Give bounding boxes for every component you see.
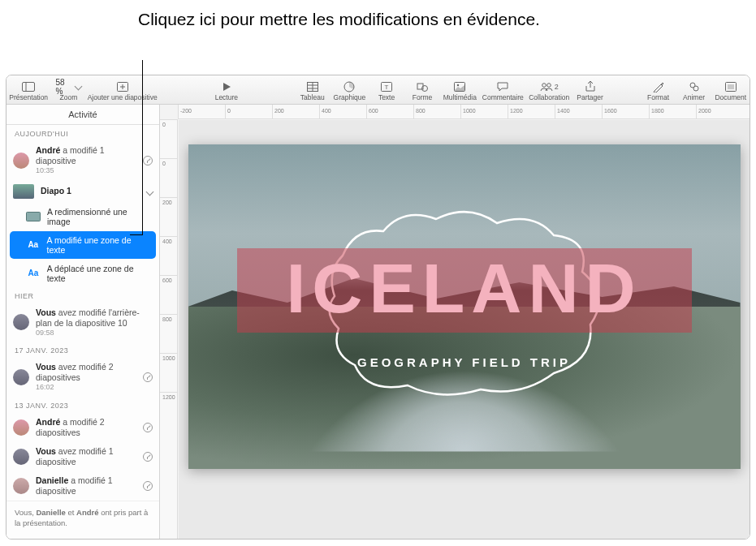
avatar — [13, 314, 29, 330]
activity-entry-vous-1[interactable]: Vous avez modifié 1 diapositive — [6, 442, 159, 471]
activity-footer: Vous, Danielle et André ont pris part à … — [6, 501, 159, 535]
presentation-label: Présentation — [9, 94, 48, 101]
comment-icon — [497, 80, 508, 93]
animate-label: Animer — [683, 94, 705, 101]
section-date1: 17 JANV. 2023 — [6, 342, 159, 358]
text-icon: T — [381, 80, 392, 93]
horizontal-ruler: -200020040060080010001200140016001800200… — [178, 105, 750, 119]
zoom-button[interactable]: 58 % Zoom — [50, 75, 86, 104]
add-slide-icon — [117, 80, 128, 93]
slide-subtitle[interactable]: GEOGRAPHY FIELD TRIP — [357, 355, 571, 369]
collaboration-button[interactable]: 2 Collaboration — [526, 75, 572, 104]
svg-text:T: T — [385, 84, 389, 91]
svg-rect-0 — [23, 82, 35, 91]
section-date2: 13 JANV. 2023 — [6, 397, 159, 413]
svg-rect-22 — [27, 212, 41, 221]
avatar — [13, 478, 29, 494]
comment-button[interactable]: Commentaire — [480, 75, 526, 104]
clock-icon — [143, 452, 153, 462]
document-label: Document — [715, 94, 746, 101]
text-label: Texte — [378, 94, 395, 101]
share-icon — [585, 80, 595, 93]
slide-canvas[interactable]: ICELAND GEOGRAPHY FIELD TRIP — [179, 120, 750, 539]
share-label: Partager — [577, 94, 603, 101]
chevron-down-icon — [76, 82, 81, 91]
play-label: Lecture — [215, 94, 238, 101]
chart-button[interactable]: Graphique — [330, 75, 369, 104]
shape-icon — [417, 80, 428, 93]
presentation-icon — [22, 80, 35, 93]
comment-label: Commentaire — [482, 94, 524, 101]
activity-entry-vous-2[interactable]: Vous avez modifié 2 diapositives16:02 — [6, 358, 159, 397]
media-icon — [454, 80, 465, 93]
svg-point-19 — [693, 86, 698, 91]
activity-text: André a modifié 1 diapositive10:35 — [36, 145, 136, 176]
avatar — [13, 449, 29, 465]
collaboration-icon: 2 — [540, 80, 559, 93]
zoom-label: Zoom — [60, 94, 78, 101]
format-icon — [653, 80, 664, 93]
activity-slide-row[interactable]: Diapo 1 — [6, 180, 159, 203]
clock-icon — [143, 156, 153, 166]
document-icon — [725, 80, 737, 93]
chart-icon — [343, 80, 355, 93]
activity-text: Vous avez modifié 1 diapositive — [36, 446, 136, 467]
activity-entry-andre-2[interactable]: André a modifié 2 diapositives — [6, 413, 159, 442]
activity-text: Danielle a modifié 1 diapositive — [36, 475, 136, 497]
shape-label: Forme — [413, 94, 433, 101]
text-button[interactable]: T Texte — [369, 75, 404, 104]
activity-text: Vous avez modifié 2 diapositives16:02 — [36, 362, 136, 393]
avatar — [13, 369, 29, 385]
text-icon: Aa — [26, 239, 41, 251]
activity-entry-vous-bg[interactable]: Vous avez modifié l'arrière-plan de la d… — [6, 303, 159, 342]
activity-text: André a modifié 2 diapositives — [36, 417, 136, 438]
add-slide-label: Ajouter une diapositive — [88, 94, 158, 101]
format-button[interactable]: Format — [641, 75, 676, 104]
vertical-ruler: 0020040060080010001200 — [160, 119, 178, 539]
zoom-value: 58 % — [55, 80, 81, 93]
play-icon — [222, 80, 231, 93]
shape-button[interactable]: Forme — [404, 75, 440, 104]
image-icon — [26, 211, 41, 222]
format-label: Format — [647, 94, 669, 101]
table-label: Tableau — [300, 94, 325, 101]
avatar — [13, 153, 29, 169]
canvas-area: -200020040060080010001200140016001800200… — [160, 105, 750, 539]
change-move-textbox[interactable]: Aa A déplacé une zone de texte — [6, 260, 159, 287]
slide-thumbnail — [13, 184, 34, 199]
media-button[interactable]: Multimédia — [440, 75, 480, 104]
share-button[interactable]: Partager — [572, 75, 608, 104]
clock-icon — [143, 481, 153, 491]
svg-point-17 — [546, 83, 551, 87]
table-icon — [307, 80, 318, 93]
slide-name: Diapo 1 — [41, 186, 140, 196]
slide-title: ICELAND — [237, 253, 692, 323]
callout-text: Cliquez ici pour mettre les modification… — [138, 8, 540, 31]
add-slide-button[interactable]: Ajouter une diapositive — [86, 75, 158, 104]
text-icon: Aa — [26, 268, 41, 279]
activity-sidebar: Activité AUJOURD'HUI André a modifié 1 d… — [6, 105, 160, 539]
activity-entry-andre[interactable]: André a modifié 1 diapositive10:35 — [6, 141, 159, 180]
toolbar: Présentation 58 % Zoom Ajouter une diapo… — [6, 75, 750, 105]
activity-text: Vous avez modifié l'arrière-plan de la d… — [36, 307, 153, 338]
svg-point-16 — [542, 83, 546, 87]
clock-icon — [143, 372, 153, 382]
table-button[interactable]: Tableau — [295, 75, 330, 104]
activity-tab[interactable]: Activité — [6, 105, 159, 125]
collaboration-label: Collaboration — [529, 94, 569, 101]
play-button[interactable]: Lecture — [198, 75, 255, 104]
section-yesterday: HIER — [6, 287, 159, 303]
document-button[interactable]: Document — [712, 75, 750, 104]
presentation-button[interactable]: Présentation — [6, 75, 50, 104]
animate-button[interactable]: Animer — [676, 75, 712, 104]
change-resize-image[interactable]: A redimensionné une image — [6, 203, 159, 230]
app-window: Présentation 58 % Zoom Ajouter une diapo… — [6, 75, 750, 540]
svg-rect-21 — [728, 84, 734, 89]
activity-entry-danielle[interactable]: Danielle a modifié 1 diapositive — [6, 471, 159, 501]
avatar — [13, 419, 29, 436]
clock-icon — [143, 423, 153, 432]
slide[interactable]: ICELAND GEOGRAPHY FIELD TRIP — [188, 144, 741, 469]
slide-title-box[interactable]: ICELAND — [237, 248, 692, 333]
animate-icon — [689, 80, 700, 93]
section-today: AUJOURD'HUI — [6, 125, 159, 141]
